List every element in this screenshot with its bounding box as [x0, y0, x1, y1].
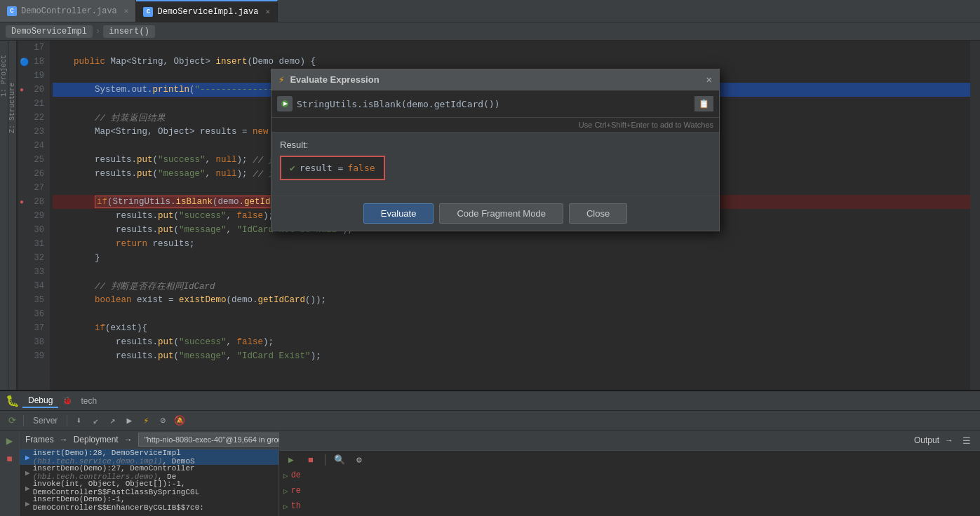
frames-label: Frames — [25, 435, 54, 444]
main-area: 1: Project Z: Structure 17 🔵 18 19 ● 20 … — [0, 41, 980, 390]
run-to-cursor-button[interactable]: ▶ — [121, 413, 137, 428]
toolbar-sep-2 — [67, 415, 67, 426]
evaluate-button[interactable]: Evaluate — [363, 203, 434, 224]
output-panel: Output → ☰ ▶ ■ 🔍 ⚙ ▷ de ▷ re — [279, 430, 980, 516]
eval-copy-button[interactable]: 📋 — [694, 96, 713, 111]
line-23: 23 — [18, 125, 50, 139]
mute-breakpoints-button[interactable]: 🔕 — [172, 413, 187, 428]
line-24: 24 — [18, 139, 50, 153]
tab-label-2: DemoServiceImpl.java — [157, 7, 258, 17]
output-text-de: de — [291, 470, 301, 480]
frame-item-1[interactable]: ▶ insertDemo(Demo):27, DemoController (h… — [20, 465, 278, 480]
frame-item-3[interactable]: ▶ insertDemo(Demo):-1, DemoController$$E… — [20, 496, 278, 511]
line-37: 37 — [18, 321, 50, 335]
tab-icon-1: C — [7, 6, 17, 16]
code-line-39: results.put("message", "IdCard Exist"); — [53, 349, 970, 363]
eval-result-label: Result: — [280, 140, 711, 150]
code-editor[interactable]: 17 🔵 18 19 ● 20 21 22 23 24 25 26 27 ● — [18, 41, 970, 390]
step-into-button[interactable]: ↙ — [88, 413, 103, 428]
line-19: 19 — [18, 69, 50, 83]
output-icon-de: ▷ — [283, 471, 288, 480]
breadcrumb-sep: › — [95, 27, 100, 36]
debug-toolbar: ⟳ Server ⬇ ↙ ↗ ▶ ⚡ ⊘ 🔕 — [0, 411, 980, 430]
tab-close-2[interactable]: ✕ — [265, 7, 270, 16]
debug-side-toolbar: ▶ ■ — [0, 430, 20, 516]
stop-button[interactable]: ■ — [2, 452, 18, 467]
server-label: Server — [27, 414, 63, 427]
line-numbers: 17 🔵 18 19 ● 20 21 22 23 24 25 26 27 ● — [18, 41, 50, 390]
eval-result-box: ✔ result = false — [280, 156, 385, 180]
step-out-button[interactable]: ↗ — [105, 413, 120, 428]
line-39: 39 — [18, 349, 50, 363]
structure-sidebar: Z: Structure — [8, 41, 17, 390]
toggle-breakpoints-button[interactable]: ⊘ — [155, 413, 170, 428]
deployment-label: Deployment — [74, 435, 119, 444]
output-label: Output — [914, 435, 939, 445]
frame-text-0: insert(Demo):28, DemoServiceImpl (hbi.te… — [33, 449, 273, 466]
breadcrumb: DemoServiceImpl › insert() — [0, 22, 980, 41]
debug-tab[interactable]: Debug — [22, 394, 58, 408]
code-line-32: } — [53, 251, 970, 265]
code-line-36 — [53, 307, 970, 321]
left-sidebar: 1: Project — [0, 41, 8, 390]
line-38: 38 — [18, 335, 50, 349]
frame-text-1: insertDemo(Demo):27, DemoController (hbi… — [33, 464, 273, 481]
line-34: 34 — [18, 279, 50, 293]
debug-arrow-18: 🔵 — [20, 57, 29, 67]
frame-play-icon-2: ▶ — [25, 484, 30, 493]
output-item-th[interactable]: ▷ th — [283, 498, 976, 514]
output-text-re: re — [291, 486, 301, 496]
step-over-button[interactable]: ⬇ — [71, 413, 86, 428]
tab-close-1[interactable]: ✕ — [124, 6, 129, 15]
debug-icon: 🐛 — [6, 394, 20, 408]
close-button[interactable]: Close — [569, 203, 627, 224]
output-resume-button[interactable]: ▶ — [283, 452, 299, 468]
tech-tab[interactable]: tech — [75, 395, 102, 407]
evaluate-expression-button[interactable]: ⚡ — [138, 413, 154, 428]
eval-title-bar: ⚡ Evaluate Expression ✕ — [271, 69, 719, 90]
frame-item-0[interactable]: ▶ insert(Demo):28, DemoServiceImpl (hbi.… — [20, 449, 278, 465]
debug-content: ▶ ■ Frames → Deployment → "http-nio-8080… — [0, 430, 980, 516]
code-fragment-button[interactable]: Code Fragment Mode — [439, 203, 563, 224]
output-item-de[interactable]: ▷ de — [283, 468, 976, 483]
output-item-re[interactable]: ▷ re — [283, 483, 976, 498]
frames-header: Frames → Deployment → "http-nio-8080-exe… — [20, 430, 278, 449]
line-18: 🔵 18 — [18, 55, 50, 69]
code-line-34: // 判断是否存在相同IdCard — [53, 279, 970, 293]
resume-button[interactable]: ▶ — [2, 433, 18, 449]
eval-expression-input[interactable] — [297, 99, 690, 109]
output-menu-button[interactable]: ☰ — [959, 433, 974, 448]
code-line-38: results.put("success", false); — [53, 335, 970, 349]
error-dot-28: ● — [20, 198, 24, 206]
output-stop-button[interactable]: ■ — [303, 452, 318, 468]
debug-tabs: 🐛 Debug 🐞 tech — [0, 391, 980, 411]
tab-demoserviceimpl[interactable]: C DemoServiceImpl.java ✕ — [136, 0, 278, 22]
tab-label-1: DemoController.java — [21, 6, 117, 16]
eval-run-icon — [277, 96, 293, 111]
code-line-33 — [53, 265, 970, 279]
line-32: 32 — [18, 251, 50, 265]
frame-text-3: insertDemo(Demo):-1, DemoController$$Enh… — [33, 495, 273, 512]
tab-icon-2: C — [143, 7, 153, 17]
eval-dialog-icon: ⚡ — [278, 74, 284, 86]
eval-close-button[interactable]: ✕ — [706, 74, 712, 86]
line-35: 35 — [18, 293, 50, 307]
frame-item-2[interactable]: ▶ invoke(int, Object, Object[]):-1, Demo… — [20, 480, 278, 496]
output-header: Output → ☰ — [279, 430, 980, 451]
breadcrumb-class[interactable]: DemoServiceImpl — [6, 25, 93, 38]
filter-button[interactable]: 🔍 — [332, 452, 347, 468]
restart-button[interactable]: ⟳ — [4, 413, 20, 428]
line-17: 17 — [18, 41, 50, 55]
right-gutter — [970, 41, 980, 390]
frame-play-icon-1: ▶ — [25, 468, 30, 477]
tab-democontroller[interactable]: C DemoController.java ✕ — [0, 0, 136, 22]
breadcrumb-method[interactable]: insert() — [103, 25, 155, 38]
line-27: 27 — [18, 181, 50, 195]
line-33: 33 — [18, 265, 50, 279]
output-arrow: → — [945, 435, 953, 445]
structure-label: Z: Structure — [8, 83, 16, 133]
output-text-th: th — [291, 501, 301, 511]
line-25: 25 — [18, 153, 50, 167]
frames-list: ▶ insert(Demo):28, DemoServiceImpl (hbi.… — [20, 449, 278, 516]
filter-options-button[interactable]: ⚙ — [351, 452, 367, 468]
